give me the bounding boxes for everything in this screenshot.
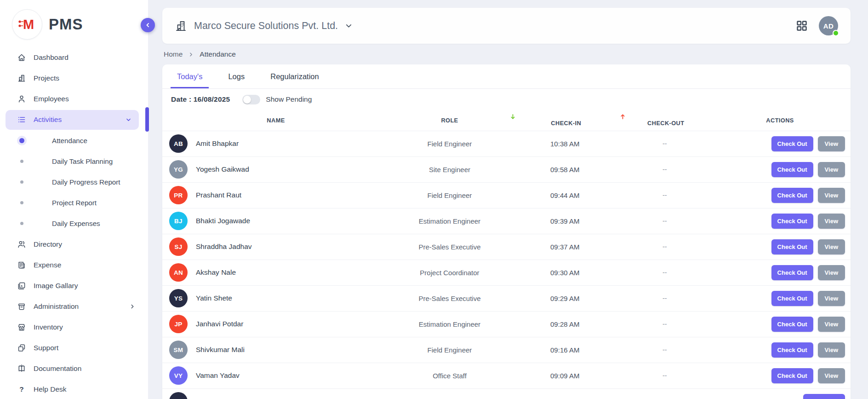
check-out-button[interactable]: Check Out bbox=[771, 239, 813, 254]
employee-name: Shraddha Jadhav bbox=[196, 243, 252, 251]
employee-role: Project Coordinator bbox=[389, 260, 510, 285]
tab-regularization[interactable]: Regularization bbox=[264, 64, 325, 88]
check-out-button[interactable]: Check Out bbox=[771, 265, 813, 280]
tab-todays[interactable]: Today's bbox=[171, 64, 209, 88]
sidebar-nav: Dashboard Projects Employees Activities bbox=[0, 46, 148, 399]
sidebar-item-daily-expenses[interactable]: Daily Expenses bbox=[0, 213, 148, 234]
check-out-button[interactable]: Check Out bbox=[771, 136, 813, 151]
active-bullet-icon bbox=[18, 138, 25, 143]
check-out-button[interactable]: Check Out bbox=[803, 394, 845, 399]
check-in-time: 09:28 AM bbox=[510, 311, 620, 337]
sidebar-item-employees[interactable]: Employees bbox=[0, 88, 148, 109]
svg-text:?: ? bbox=[19, 385, 23, 393]
view-button[interactable]: View bbox=[818, 214, 845, 229]
sidebar-item-project-report[interactable]: Project Report bbox=[0, 192, 148, 213]
attendance-row: BJ Bhakti Jogawade Estimation Engineer 0… bbox=[162, 208, 851, 234]
home-icon bbox=[17, 53, 27, 62]
company-selector[interactable]: Marco Secure Solutions Pvt. Ltd. bbox=[175, 20, 353, 32]
view-button[interactable]: View bbox=[818, 291, 845, 306]
app-logo-row: M PMS bbox=[0, 0, 148, 46]
column-header-check-in[interactable]: CHECK-IN bbox=[510, 110, 620, 131]
sidebar-item-directory[interactable]: Directory bbox=[0, 234, 148, 254]
employee-name: Yogesh Gaikwad bbox=[196, 165, 249, 173]
sidebar-item-daily-progress-report[interactable]: Daily Progress Report bbox=[0, 172, 148, 192]
sidebar-item-support[interactable]: Support bbox=[0, 337, 148, 358]
check-out-time: -- bbox=[620, 311, 709, 337]
user-avatar[interactable]: AD bbox=[819, 16, 838, 35]
view-button[interactable]: View bbox=[818, 368, 845, 383]
check-in-time: 09:58 AM bbox=[510, 156, 620, 182]
check-out-button[interactable]: Check Out bbox=[771, 214, 813, 229]
employee-avatar: PR bbox=[169, 186, 188, 204]
check-in-time: 09:29 AM bbox=[510, 285, 620, 311]
view-button[interactable]: View bbox=[818, 136, 845, 151]
check-out-time: -- bbox=[620, 182, 709, 208]
view-button[interactable]: View bbox=[818, 342, 845, 358]
employee-role: Office Staff bbox=[389, 363, 510, 388]
chevron-right-icon bbox=[188, 52, 194, 57]
receipt-icon bbox=[17, 260, 27, 270]
sidebar-item-activities[interactable]: Activities bbox=[0, 109, 148, 130]
employee-name: Shivkumar Mali bbox=[196, 346, 245, 354]
check-out-button[interactable]: Check Out bbox=[771, 317, 813, 332]
employee-avatar: YS bbox=[169, 289, 188, 307]
attendance-table: NAME ROLE CHECK-IN CHECK-OUT ACTIONS AB … bbox=[162, 110, 851, 399]
check-out-button[interactable]: Check Out bbox=[771, 342, 813, 358]
employee-avatar: JP bbox=[169, 315, 188, 333]
sidebar-item-help-desk[interactable]: ? Help Desk bbox=[0, 379, 148, 399]
sort-down-arrow-icon bbox=[510, 114, 620, 120]
employee-name: Janhavi Potdar bbox=[196, 320, 243, 328]
employee-role: Pre-Sales Executive bbox=[389, 234, 510, 260]
sidebar-item-image-gallary[interactable]: Image Gallary bbox=[0, 275, 148, 296]
breadcrumb: Home Attendance bbox=[164, 50, 851, 58]
view-button[interactable]: View bbox=[818, 188, 845, 203]
employee-role: Pre-Sales Executive bbox=[389, 285, 510, 311]
view-button[interactable]: View bbox=[818, 265, 845, 280]
sidebar-item-projects[interactable]: Projects bbox=[0, 68, 148, 88]
apps-grid-button[interactable] bbox=[796, 20, 808, 32]
chevron-right-icon bbox=[130, 304, 135, 309]
sidebar-item-dashboard[interactable]: Dashboard bbox=[0, 47, 148, 68]
column-header-check-out[interactable]: CHECK-OUT bbox=[620, 110, 709, 131]
sidebar-item-documentation[interactable]: Documentation bbox=[0, 358, 148, 379]
view-button[interactable]: View bbox=[818, 162, 845, 177]
check-out-button[interactable]: Check Out bbox=[771, 368, 813, 383]
check-out-time: -- bbox=[620, 285, 709, 311]
avatar-initials: AD bbox=[823, 22, 834, 30]
column-header-name: NAME bbox=[162, 110, 389, 131]
employee-role: Field Engineer bbox=[389, 337, 510, 363]
show-pending-toggle[interactable] bbox=[242, 95, 260, 104]
employee-role: Field Engineer bbox=[389, 131, 510, 156]
sidebar-collapse-button[interactable] bbox=[141, 18, 155, 32]
company-name: Marco Secure Solutions Pvt. Ltd. bbox=[194, 20, 338, 32]
check-out-time: -- bbox=[620, 260, 709, 285]
tab-bar: Today's Logs Regularization bbox=[162, 64, 851, 89]
check-in-time: 09:16 AM bbox=[510, 337, 620, 363]
employee-avatar bbox=[169, 392, 188, 399]
sidebar-item-administration[interactable]: Administration bbox=[0, 296, 148, 317]
employee-name: Bhakti Jogawade bbox=[196, 217, 250, 225]
attendance-row: JP Janhavi Potdar Estimation Engineer 09… bbox=[162, 311, 851, 337]
sidebar-item-inventory[interactable]: Inventory bbox=[0, 317, 148, 337]
check-out-button[interactable]: Check Out bbox=[771, 162, 813, 177]
view-button[interactable]: View bbox=[818, 239, 845, 254]
sidebar-item-attendance[interactable]: Attendance bbox=[0, 130, 148, 151]
check-out-button[interactable]: Check Out bbox=[771, 291, 813, 306]
attendance-row: VY Vaman Yadav Office Staff 09:09 AM -- … bbox=[162, 363, 851, 388]
sidebar-item-daily-task-planning[interactable]: Daily Task Planning bbox=[0, 151, 148, 172]
tab-logs[interactable]: Logs bbox=[222, 64, 251, 88]
store-icon bbox=[17, 323, 27, 332]
breadcrumb-home[interactable]: Home bbox=[164, 50, 183, 58]
check-out-button[interactable]: Check Out bbox=[771, 188, 813, 203]
list-icon bbox=[17, 115, 27, 124]
sidebar-item-expense[interactable]: Expense bbox=[0, 254, 148, 275]
image-icon bbox=[17, 281, 27, 290]
open-book-icon bbox=[17, 364, 27, 373]
view-button[interactable]: View bbox=[818, 317, 845, 332]
employee-avatar: SJ bbox=[169, 237, 188, 256]
sort-up-arrow-icon bbox=[620, 114, 709, 120]
employee-name: Yatin Shete bbox=[196, 294, 232, 302]
employee-avatar: AB bbox=[169, 134, 188, 153]
bullet-icon bbox=[18, 160, 25, 163]
check-in-time: 09:30 AM bbox=[510, 260, 620, 285]
